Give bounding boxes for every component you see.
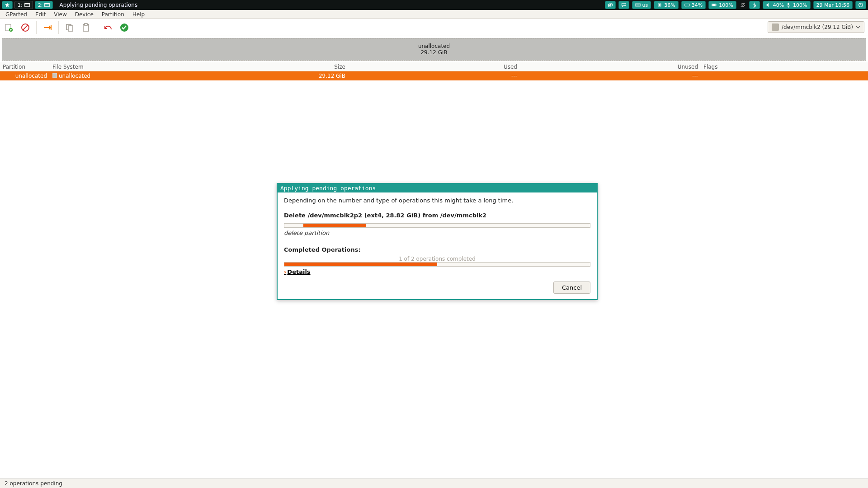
cell-used: --- bbox=[348, 73, 520, 79]
menu-view[interactable]: View bbox=[50, 10, 70, 19]
audio-indicator[interactable]: 40% 100% bbox=[763, 1, 811, 9]
operation-progress bbox=[284, 223, 590, 228]
partition-graphic-size: 29.12 GiB bbox=[420, 49, 447, 56]
system-panel: 1: 2: Applying pending operations us 36%… bbox=[0, 0, 868, 10]
window-title: Applying pending operations bbox=[55, 2, 603, 8]
app-toolbar: /dev/mmcblk2 (29.12 GiB) bbox=[0, 19, 868, 36]
battery-icon bbox=[712, 2, 717, 8]
launcher-icon[interactable] bbox=[2, 1, 13, 9]
memory-icon bbox=[684, 2, 690, 8]
svg-rect-18 bbox=[716, 5, 717, 6]
keyboard-layout-indicator[interactable]: us bbox=[632, 1, 651, 9]
svg-rect-29 bbox=[68, 26, 73, 31]
copy-icon[interactable] bbox=[63, 21, 76, 34]
device-selector-label: /dev/mmcblk2 (29.12 GiB) bbox=[782, 24, 853, 30]
svg-line-19 bbox=[741, 3, 745, 7]
workspace-1[interactable]: 1: bbox=[14, 1, 33, 9]
col-partition[interactable]: Partition bbox=[0, 64, 50, 70]
device-selector[interactable]: /dev/mmcblk2 (29.12 GiB) bbox=[768, 21, 864, 33]
menu-gparted[interactable]: GParted bbox=[2, 10, 31, 19]
col-flags[interactable]: Flags bbox=[701, 64, 868, 70]
microphone-icon bbox=[786, 2, 791, 8]
svg-rect-20 bbox=[788, 3, 789, 5]
battery-pct: 100% bbox=[719, 2, 733, 8]
workspace-2-label: 2: bbox=[38, 2, 43, 8]
svg-line-26 bbox=[23, 25, 28, 30]
resize-move-icon[interactable] bbox=[41, 21, 54, 34]
undo-icon[interactable] bbox=[102, 21, 114, 34]
sync-disabled-icon[interactable] bbox=[739, 2, 746, 8]
window-icon bbox=[44, 2, 50, 8]
dialog-intro: Depending on the number and type of oper… bbox=[284, 197, 590, 204]
chevron-down-icon bbox=[856, 25, 860, 29]
menu-partition[interactable]: Partition bbox=[98, 10, 128, 19]
app-menubar: GParted Edit View Device Partition Help bbox=[0, 10, 868, 19]
chevron-right-icon: › bbox=[284, 268, 286, 275]
clock-label: 29 Mar 10:56 bbox=[816, 2, 849, 8]
speaker-icon bbox=[766, 2, 771, 8]
operations-count: 1 of 2 operations completed bbox=[284, 256, 590, 262]
workspace-2[interactable]: 2: bbox=[35, 1, 53, 9]
keyboard-layout-label: us bbox=[642, 2, 648, 8]
partition-table-header: Partition File System Size Used Unused F… bbox=[0, 62, 868, 71]
chat-icon[interactable] bbox=[618, 1, 629, 9]
paste-icon[interactable] bbox=[80, 21, 92, 34]
cell-partition: unallocated bbox=[0, 73, 50, 79]
delete-partition-icon[interactable] bbox=[19, 21, 32, 34]
cpu-pct: 36% bbox=[664, 2, 675, 8]
apply-icon[interactable] bbox=[118, 21, 131, 34]
svg-rect-11 bbox=[684, 4, 689, 6]
col-filesystem[interactable]: File System bbox=[50, 64, 176, 70]
cell-size: 29.12 GiB bbox=[176, 73, 348, 79]
volume-pct: 40% bbox=[773, 2, 784, 8]
partition-graphic[interactable]: unallocated 29.12 GiB bbox=[2, 38, 866, 61]
overall-progress bbox=[284, 262, 590, 267]
details-label: Details bbox=[287, 268, 310, 275]
power-icon[interactable] bbox=[855, 1, 866, 9]
keyboard-icon bbox=[635, 2, 641, 8]
window-icon bbox=[24, 2, 30, 8]
workspace-1-label: 1: bbox=[18, 2, 23, 8]
cpu-indicator[interactable]: 36% bbox=[654, 1, 678, 9]
table-row[interactable]: unallocated unallocated 29.12 GiB --- --… bbox=[0, 71, 868, 80]
col-unused[interactable]: Unused bbox=[520, 64, 701, 70]
completed-operations-label: Completed Operations: bbox=[284, 246, 590, 253]
dialog-title[interactable]: Applying pending operations bbox=[278, 184, 597, 192]
statusbar-text: 2 operations pending bbox=[5, 480, 62, 487]
cell-unused: --- bbox=[520, 73, 701, 79]
cell-filesystem: unallocated bbox=[50, 73, 176, 79]
new-partition-icon[interactable] bbox=[3, 21, 15, 34]
battery-indicator[interactable]: 100% bbox=[708, 1, 736, 9]
partition-graphic-label: unallocated bbox=[418, 43, 450, 49]
apply-operations-dialog: Applying pending operations Depending on… bbox=[277, 183, 598, 300]
menu-device[interactable]: Device bbox=[71, 10, 97, 19]
statusbar: 2 operations pending bbox=[0, 478, 868, 488]
mic-pct: 100% bbox=[793, 2, 807, 8]
svg-rect-1 bbox=[24, 3, 29, 4]
cancel-button[interactable]: Cancel bbox=[553, 282, 590, 294]
privacy-icon[interactable] bbox=[605, 1, 616, 9]
svg-rect-31 bbox=[85, 23, 87, 25]
operation-subtask: delete partition bbox=[284, 230, 590, 236]
storage-icon bbox=[772, 23, 779, 31]
bluetooth-icon[interactable] bbox=[749, 1, 760, 9]
memory-indicator[interactable]: 34% bbox=[681, 1, 706, 9]
current-operation: Delete /dev/mmcblk2p2 (ext4, 28.82 GiB) … bbox=[284, 212, 590, 219]
col-size[interactable]: Size bbox=[176, 64, 348, 70]
svg-rect-10 bbox=[659, 5, 660, 6]
svg-rect-3 bbox=[45, 3, 50, 4]
menu-edit[interactable]: Edit bbox=[32, 10, 49, 19]
clock[interactable]: 29 Mar 10:56 bbox=[813, 1, 853, 9]
filesystem-swatch-icon bbox=[52, 73, 57, 78]
col-used[interactable]: Used bbox=[348, 64, 520, 70]
menu-help[interactable]: Help bbox=[129, 10, 148, 19]
svg-rect-6 bbox=[635, 4, 640, 6]
memory-pct: 34% bbox=[692, 2, 703, 8]
svg-rect-17 bbox=[712, 4, 716, 6]
details-expander[interactable]: ›Details bbox=[284, 268, 590, 275]
cpu-icon bbox=[657, 2, 662, 8]
